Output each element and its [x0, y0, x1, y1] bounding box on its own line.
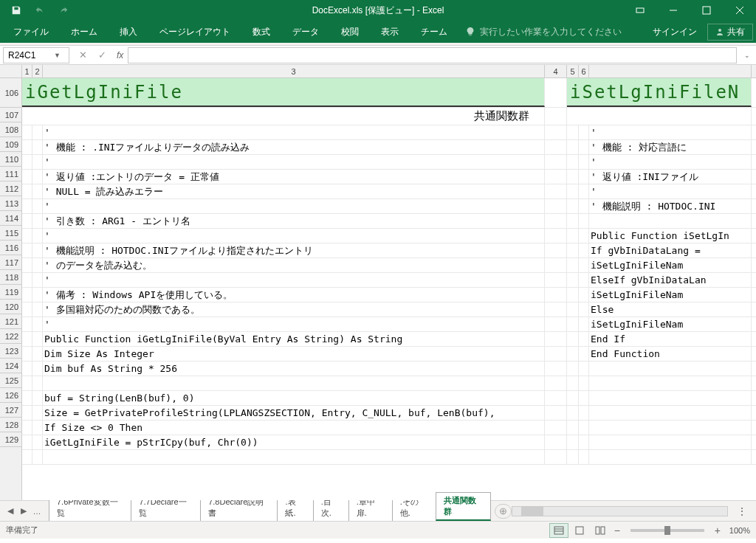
cell[interactable]	[32, 170, 43, 184]
cell[interactable]	[567, 184, 579, 198]
zoom-slider[interactable]	[630, 529, 704, 532]
tab-nav-more[interactable]: …	[31, 504, 43, 519]
row-header[interactable]: 118	[0, 270, 21, 285]
cell[interactable]	[579, 258, 589, 272]
cell[interactable]	[545, 170, 567, 184]
add-sheet-button[interactable]: ⊕	[495, 504, 512, 519]
cell[interactable]	[32, 125, 43, 139]
view-pagebreak-button[interactable]	[591, 523, 610, 538]
cell[interactable]	[32, 184, 43, 198]
code-line[interactable]: ' 備考 : Windows APIを使用している。	[43, 288, 545, 302]
cell[interactable]	[22, 184, 32, 198]
cell[interactable]	[22, 332, 32, 346]
cell[interactable]	[32, 258, 43, 272]
cell[interactable]	[579, 199, 589, 213]
function-title-left[interactable]: iGetLgIniFile	[22, 78, 545, 107]
code-line[interactable]: '	[589, 184, 752, 198]
cell[interactable]	[32, 199, 43, 213]
cell[interactable]	[32, 347, 43, 361]
cell[interactable]	[32, 450, 43, 464]
sheet-tab-active[interactable]: 共通関数群	[436, 492, 491, 521]
code-line[interactable]: '	[43, 273, 545, 287]
cell[interactable]	[22, 376, 32, 390]
cell[interactable]	[567, 362, 579, 376]
formula-expand-button[interactable]: ⌄	[741, 52, 753, 59]
cell[interactable]	[545, 391, 567, 405]
cell[interactable]	[579, 347, 589, 361]
code-line[interactable]: '	[589, 125, 752, 139]
cell[interactable]	[32, 406, 43, 420]
code-line[interactable]	[589, 376, 752, 390]
maximize-button[interactable]	[690, 0, 723, 21]
cell[interactable]	[579, 362, 589, 376]
cell[interactable]	[32, 391, 43, 405]
row-header[interactable]: 106	[0, 78, 21, 108]
cell[interactable]	[579, 214, 589, 228]
enter-formula-button[interactable]: ✓	[93, 48, 111, 63]
share-button[interactable]: 共有	[707, 24, 753, 41]
cell[interactable]	[22, 140, 32, 154]
column-header[interactable]: 1	[22, 65, 32, 77]
undo-button[interactable]	[30, 1, 50, 19]
row-header[interactable]: 117	[0, 255, 21, 270]
cell[interactable]	[22, 243, 32, 257]
cell[interactable]	[22, 125, 32, 139]
cell[interactable]	[22, 421, 32, 435]
code-line[interactable]: If Size <> 0 Then	[43, 421, 545, 435]
tab-review[interactable]: 校閲	[331, 21, 369, 43]
cell[interactable]	[22, 170, 32, 184]
row-header[interactable]: 126	[0, 388, 21, 403]
cell[interactable]	[32, 421, 43, 435]
cell[interactable]	[545, 140, 567, 154]
row-header[interactable]: 127	[0, 403, 21, 418]
code-line[interactable]	[43, 450, 545, 464]
cell[interactable]	[567, 302, 579, 317]
tab-data[interactable]: データ	[282, 21, 329, 43]
code-line[interactable]: ' 多国籍対応のための関数である。	[43, 302, 545, 317]
cell[interactable]	[545, 362, 567, 376]
column-header[interactable]: 2	[32, 65, 43, 77]
cell[interactable]	[579, 273, 589, 287]
zoom-in-button[interactable]: +	[712, 525, 724, 536]
row-header[interactable]: 114	[0, 211, 21, 226]
cell[interactable]	[545, 376, 567, 390]
code-line[interactable]: '	[43, 317, 545, 331]
cell[interactable]	[545, 108, 567, 125]
tab-nav-next[interactable]: ▶	[18, 504, 30, 519]
code-line[interactable]: iGetLgIniFile = pStrICpy(buf, Chr(0))	[43, 435, 545, 449]
code-line[interactable]: ' のデータを読み込む。	[43, 258, 545, 272]
cell[interactable]	[22, 435, 32, 449]
cell[interactable]	[22, 199, 32, 213]
row-header[interactable]: 128	[0, 418, 21, 432]
code-line[interactable]: Dim buf As String * 256	[43, 362, 545, 376]
cell[interactable]	[567, 170, 579, 184]
ribbon-options-button[interactable]	[623, 0, 656, 21]
cell[interactable]	[32, 140, 43, 154]
cell[interactable]	[32, 362, 43, 376]
cell[interactable]	[579, 376, 589, 390]
cell[interactable]	[22, 273, 32, 287]
cell[interactable]	[579, 229, 589, 243]
minimize-button[interactable]	[656, 0, 690, 21]
column-header[interactable]: 3	[43, 65, 545, 77]
cell[interactable]	[567, 288, 579, 302]
code-line[interactable]: If gVbIniDataLang =	[589, 243, 752, 257]
cell[interactable]	[22, 229, 32, 243]
tell-me-search[interactable]: 実行したい作業を入力してください	[465, 26, 622, 38]
cell[interactable]	[22, 214, 32, 228]
row-header[interactable]: 120	[0, 300, 21, 314]
cell[interactable]	[579, 450, 589, 464]
tab-home[interactable]: ホーム	[61, 21, 108, 43]
row-header[interactable]: 115	[0, 226, 21, 241]
cell[interactable]	[579, 421, 589, 435]
cell[interactable]	[545, 347, 567, 361]
row-header[interactable]: 110	[0, 152, 21, 167]
cell[interactable]	[32, 229, 43, 243]
cell[interactable]	[32, 243, 43, 257]
code-line[interactable]: buf = String(LenB(buf), 0)	[43, 391, 545, 405]
code-line[interactable]: '	[43, 229, 545, 243]
cell[interactable]	[567, 391, 579, 405]
view-normal-button[interactable]	[549, 523, 568, 538]
code-line[interactable]: Dim Size As Integer	[43, 347, 545, 361]
row-header[interactable]: 119	[0, 285, 21, 300]
